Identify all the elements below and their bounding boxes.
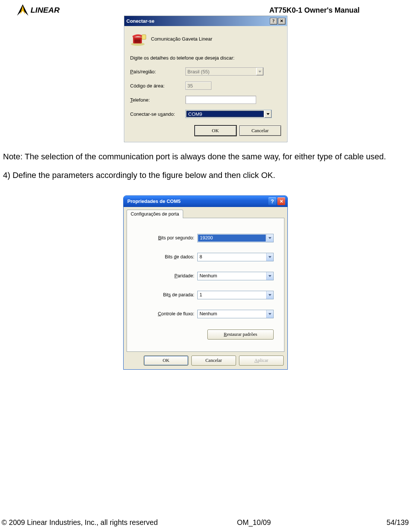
- brand-logo: LINEAR: [16, 4, 60, 16]
- setting-row: Paridade:Nenhum: [137, 272, 274, 280]
- setting-select[interactable]: 19200: [197, 234, 274, 242]
- setting-value: Nenhum: [198, 310, 266, 318]
- page-footer: © 2009 Linear Industries, Inc., all righ…: [0, 518, 411, 527]
- setting-row: Bits por segundo:19200: [137, 234, 274, 242]
- setting-select[interactable]: Nenhum: [197, 272, 274, 280]
- setting-label: Bits de parada:: [163, 292, 194, 297]
- country-value: Brasil (55): [186, 68, 256, 75]
- phone-field[interactable]: [185, 96, 256, 104]
- properties-dialog-title: Propriedades de COM5: [126, 198, 268, 204]
- setting-value: 1: [198, 291, 266, 299]
- help-button[interactable]: ?: [268, 197, 276, 205]
- setting-row: Bits de dados:8: [137, 253, 274, 261]
- svg-rect-4: [134, 39, 140, 43]
- port-select[interactable]: COM9: [185, 110, 272, 118]
- chevron-down-icon[interactable]: [266, 310, 273, 318]
- connect-dialog: Conectar-se ? ✕ Comunicação Gaveta Linea…: [124, 16, 287, 142]
- setting-row: Bits de parada:1: [137, 291, 274, 299]
- chevron-down-icon[interactable]: [266, 272, 273, 280]
- svg-rect-5: [142, 35, 146, 39]
- setting-label: Bits por segundo:: [158, 235, 194, 240]
- cancel-button[interactable]: Cancelar: [239, 125, 281, 136]
- setting-value: Nenhum: [198, 272, 266, 280]
- country-select: Brasil (55): [185, 67, 264, 76]
- ok-button[interactable]: OK: [195, 125, 236, 136]
- cancel-button[interactable]: Cancelar: [191, 356, 236, 366]
- area-field: 35: [185, 82, 211, 90]
- properties-dialog-titlebar: Propriedades de COM5 ? ✕: [124, 196, 287, 207]
- connect-prompt: Digite os detalhes do telefone que desej…: [130, 55, 281, 61]
- close-icon: ✕: [280, 19, 283, 23]
- apply-button[interactable]: Aplicar: [239, 356, 284, 366]
- chevron-down-icon[interactable]: [266, 234, 273, 242]
- tab-panel: Bits por segundo:19200Bits de dados:8Par…: [127, 218, 284, 352]
- close-icon: ✕: [280, 199, 283, 204]
- setting-label: Controle de fluxo:: [158, 311, 194, 316]
- logo-icon: [16, 4, 29, 16]
- port-value: COM9: [186, 111, 264, 117]
- ok-button[interactable]: OK: [144, 356, 188, 366]
- setting-value: 8: [198, 253, 266, 261]
- phone-label: Telefone:: [130, 97, 185, 103]
- close-button[interactable]: ✕: [277, 197, 285, 205]
- properties-dialog: Propriedades de COM5 ? ✕ Configurações d…: [123, 195, 288, 370]
- chevron-down-icon[interactable]: [266, 291, 273, 299]
- chevron-down-icon[interactable]: [266, 253, 273, 261]
- setting-value: 19200: [198, 235, 266, 242]
- close-button[interactable]: ✕: [278, 18, 286, 25]
- help-icon: ?: [271, 198, 274, 204]
- using-label: Conectar-se usando:: [130, 111, 185, 117]
- body-text: Note: The selection of the communication…: [1, 142, 410, 181]
- country-label: País/região:: [130, 69, 185, 74]
- tab-port-settings[interactable]: Configurações de porta: [127, 210, 183, 218]
- setting-label: Paridade:: [174, 273, 194, 278]
- chevron-down-icon: [256, 68, 263, 75]
- logo-text: LINEAR: [31, 6, 60, 15]
- page-header: LINEAR AT75K0-1 Owner's Manual: [1, 4, 410, 17]
- setting-select[interactable]: Nenhum: [197, 310, 274, 318]
- area-label: Código de área:: [130, 83, 185, 89]
- help-icon: ?: [273, 18, 275, 24]
- setting-select[interactable]: 1: [197, 291, 274, 299]
- connection-name: Comunicação Gaveta Linear: [151, 36, 213, 42]
- chevron-down-icon[interactable]: [264, 110, 271, 118]
- step-paragraph: 4) Define the parameters accordingly to …: [3, 171, 408, 180]
- setting-row: Controle de fluxo:Nenhum: [137, 310, 274, 318]
- footer-mid: OM_10/09: [0, 518, 411, 527]
- setting-label: Bits de dados:: [165, 254, 194, 259]
- restore-defaults-button[interactable]: Restaurar padrões: [207, 329, 274, 340]
- note-paragraph: Note: The selection of the communication…: [3, 152, 408, 162]
- help-button[interactable]: ?: [270, 18, 277, 25]
- setting-select[interactable]: 8: [197, 253, 274, 261]
- connect-dialog-title: Conectar-se: [127, 18, 270, 24]
- connect-dialog-titlebar: Conectar-se ? ✕: [124, 16, 287, 26]
- phone-icon: [130, 31, 147, 46]
- doc-title: AT75K0-1 Owner's Manual: [269, 6, 408, 15]
